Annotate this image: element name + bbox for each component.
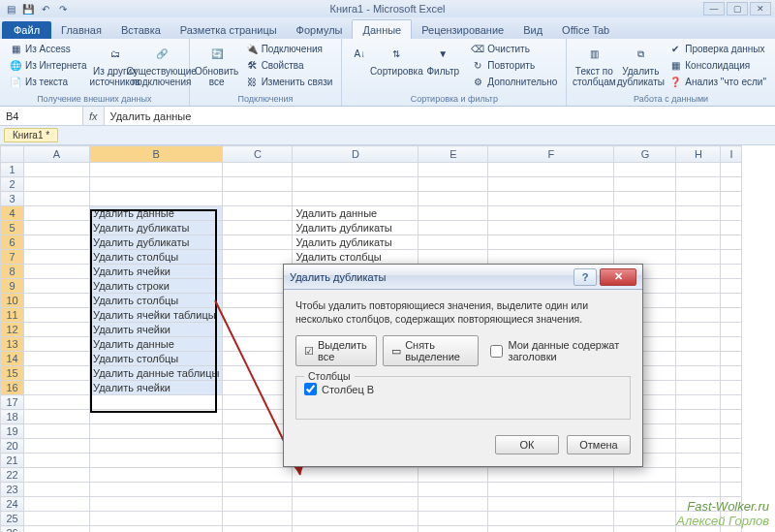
row-header[interactable]: 25 xyxy=(1,512,24,526)
redo-icon[interactable]: ↷ xyxy=(56,2,70,16)
cell[interactable] xyxy=(90,395,223,410)
cell[interactable]: Удалить данные xyxy=(293,206,418,221)
cell[interactable] xyxy=(223,206,293,221)
cell[interactable] xyxy=(223,192,293,206)
cell[interactable] xyxy=(676,177,721,192)
cell[interactable] xyxy=(293,497,418,512)
cell[interactable] xyxy=(90,512,223,526)
cell[interactable] xyxy=(90,424,223,439)
cell[interactable] xyxy=(90,410,223,424)
row-header[interactable]: 10 xyxy=(1,294,24,308)
formula-input[interactable]: Удалить данные xyxy=(105,107,775,125)
cell[interactable] xyxy=(676,483,721,497)
cell[interactable] xyxy=(614,206,676,221)
cell[interactable] xyxy=(418,192,488,206)
cell[interactable] xyxy=(24,497,90,512)
remove-duplicates-button[interactable]: ⧉Удалить дубликаты xyxy=(619,41,662,87)
cell[interactable] xyxy=(24,352,90,366)
cell[interactable] xyxy=(676,424,721,439)
cell[interactable] xyxy=(676,352,721,366)
advanced-filter-button[interactable]: ⚙Дополнительно xyxy=(468,74,560,89)
row-header[interactable]: 22 xyxy=(1,468,24,483)
cell[interactable] xyxy=(24,410,90,424)
cell[interactable] xyxy=(418,250,488,265)
cell[interactable]: Удалить дубликаты xyxy=(90,221,223,235)
cell[interactable] xyxy=(676,366,721,381)
close-button[interactable]: ✕ xyxy=(750,2,771,16)
from-text-button[interactable]: 📄Из текста xyxy=(6,74,90,89)
name-box[interactable]: B4 xyxy=(0,107,83,125)
row-header[interactable]: 13 xyxy=(1,337,24,352)
row-header[interactable]: 6 xyxy=(1,235,24,250)
cell[interactable] xyxy=(223,235,293,250)
cell[interactable] xyxy=(614,512,676,526)
cell[interactable] xyxy=(676,395,721,410)
tab-insert[interactable]: Вставка xyxy=(111,20,170,39)
cell[interactable] xyxy=(721,279,742,294)
cell[interactable] xyxy=(676,410,721,424)
cell[interactable] xyxy=(223,250,293,265)
cell[interactable] xyxy=(24,337,90,352)
data-validation-button[interactable]: ✔Проверка данных xyxy=(666,41,769,56)
deselect-all-button[interactable]: ▭Снять выделение xyxy=(383,335,479,366)
cell[interactable] xyxy=(676,294,721,308)
cell[interactable] xyxy=(721,163,742,177)
row-header[interactable]: 24 xyxy=(1,497,24,512)
cell[interactable] xyxy=(488,206,614,221)
column-header[interactable]: E xyxy=(418,146,488,163)
cell[interactable]: Удалить данные xyxy=(90,337,223,352)
cell[interactable] xyxy=(293,483,418,497)
row-header[interactable]: 18 xyxy=(1,410,24,424)
cell[interactable] xyxy=(614,468,676,483)
cell[interactable] xyxy=(614,250,676,265)
cell[interactable] xyxy=(676,308,721,323)
filter-button[interactable]: ▼Фильтр xyxy=(421,41,464,77)
cell[interactable] xyxy=(721,192,742,206)
cell[interactable] xyxy=(24,468,90,483)
existing-conn-button[interactable]: 🔗Существующие подключения xyxy=(140,41,183,87)
cell[interactable] xyxy=(721,265,742,279)
cell[interactable] xyxy=(90,454,223,468)
cell[interactable] xyxy=(418,163,488,177)
cell[interactable] xyxy=(24,279,90,294)
cell[interactable] xyxy=(24,221,90,235)
cell[interactable] xyxy=(676,250,721,265)
cell[interactable] xyxy=(488,163,614,177)
row-header[interactable]: 17 xyxy=(1,395,24,410)
undo-icon[interactable]: ↶ xyxy=(39,2,52,16)
cell[interactable] xyxy=(24,381,90,395)
text-to-columns-button[interactable]: ▥Текст по столбцам xyxy=(573,41,615,87)
cell[interactable] xyxy=(24,265,90,279)
cancel-button[interactable]: Отмена xyxy=(567,435,631,454)
cell[interactable] xyxy=(418,235,488,250)
tab-officetab[interactable]: Office Tab xyxy=(552,20,619,39)
cell[interactable] xyxy=(488,512,614,526)
cell[interactable] xyxy=(24,323,90,337)
cell[interactable] xyxy=(676,221,721,235)
cell[interactable] xyxy=(721,294,742,308)
save-icon[interactable]: 💾 xyxy=(21,2,35,16)
dialog-titlebar[interactable]: Удалить дубликаты ? ✕ xyxy=(284,265,642,290)
cell[interactable]: Удалить дубликаты xyxy=(90,235,223,250)
cell[interactable] xyxy=(24,294,90,308)
cell[interactable] xyxy=(676,381,721,395)
cell[interactable] xyxy=(90,163,223,177)
cell[interactable] xyxy=(223,497,293,512)
cell[interactable] xyxy=(614,221,676,235)
cell[interactable] xyxy=(293,163,418,177)
row-header[interactable]: 19 xyxy=(1,424,24,439)
headers-checkbox[interactable] xyxy=(490,345,503,358)
column-header[interactable]: B xyxy=(90,146,223,163)
cell[interactable]: Удалить ячейки xyxy=(90,323,223,337)
tab-file[interactable]: Файл xyxy=(2,21,51,39)
cell[interactable] xyxy=(223,177,293,192)
cell[interactable] xyxy=(676,323,721,337)
cell[interactable] xyxy=(676,192,721,206)
cell[interactable] xyxy=(488,526,614,533)
tab-data[interactable]: Данные xyxy=(352,19,412,39)
from-web-button[interactable]: 🌐Из Интернета xyxy=(6,57,90,73)
cell[interactable] xyxy=(721,206,742,221)
select-all-cell[interactable] xyxy=(1,146,24,163)
properties-button[interactable]: 🛠Свойства xyxy=(242,57,336,73)
column-header[interactable]: A xyxy=(24,146,90,163)
